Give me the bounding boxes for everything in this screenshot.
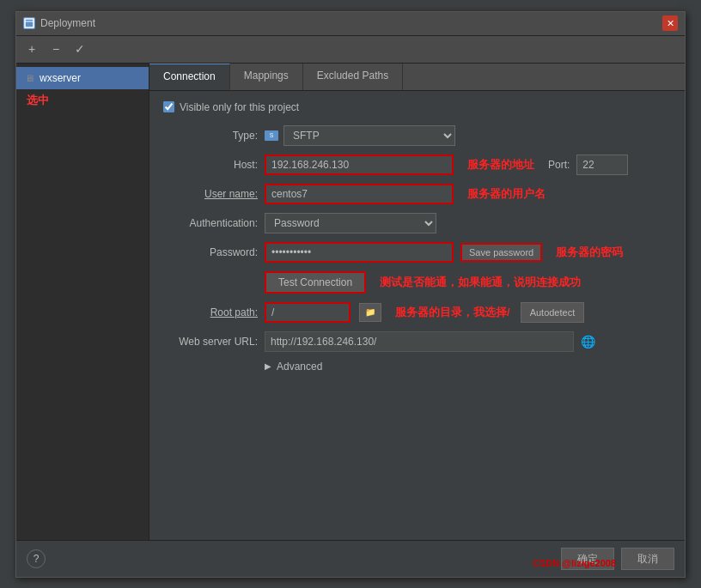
tab-mappings[interactable]: Mappings — [230, 64, 303, 90]
form-area: Visible only for this project Type: S SF… — [149, 91, 685, 540]
rootpath-row: Root path: 📁 服务器的目录，我选择/ Autodetect — [163, 302, 671, 323]
folder-icon: 📁 — [365, 307, 375, 317]
save-password-button[interactable]: Save password — [460, 243, 542, 262]
main-area: 🖥 wxserver 选中 Connection Mappings Exclud… — [16, 64, 685, 540]
rootpath-label: Root path: — [163, 306, 258, 318]
visible-only-row: Visible only for this project — [163, 101, 671, 113]
advanced-arrow-icon: ▶ — [265, 361, 271, 371]
content-area: Connection Mappings Excluded Paths Visib… — [149, 64, 685, 540]
server-icon: 🖥 — [25, 73, 34, 83]
username-annotation: 服务器的用户名 — [467, 186, 546, 202]
sidebar-item-wxserver[interactable]: 🖥 wxserver — [16, 67, 149, 89]
password-label: Password: — [163, 246, 258, 258]
type-row: Type: S SFTP FTP Local or mounted folder — [163, 125, 671, 146]
host-annotation: 服务器的地址 — [467, 157, 534, 173]
test-annotation: 测试是否能通，如果能通，说明连接成功 — [380, 275, 581, 290]
svg-rect-0 — [25, 19, 34, 27]
username-label: User name: — [163, 188, 258, 200]
test-connection-button[interactable]: Test Connection — [265, 271, 366, 294]
auth-label: Authentication: — [163, 217, 258, 229]
password-annotation: 服务器的密码 — [556, 245, 623, 260]
auth-select[interactable]: Password Key pair OpenSSH config and aut… — [265, 213, 436, 233]
type-label: Type: — [163, 130, 258, 142]
title-bar: Deployment ✕ — [16, 12, 685, 36]
annotation-select: 选中 — [16, 89, 149, 112]
host-input[interactable] — [265, 155, 454, 175]
globe-icon[interactable]: 🌐 — [581, 335, 595, 349]
cancel-button[interactable]: 取消 — [621, 548, 674, 570]
sidebar-item-label: wxserver — [40, 72, 81, 84]
weburl-label: Web server URL: — [163, 336, 258, 348]
weburl-input[interactable] — [265, 331, 574, 352]
sidebar: 🖥 wxserver 选中 — [16, 64, 149, 540]
test-connection-row: Test Connection 测试是否能通，如果能通，说明连接成功 — [163, 271, 671, 294]
host-row: Host: 服务器的地址 Port: — [163, 155, 671, 175]
sftp-icon: S — [265, 130, 278, 141]
csdn-watermark: CSDN @lizige2008 — [533, 558, 616, 568]
auth-row: Authentication: Password Key pair OpenSS… — [163, 213, 671, 233]
advanced-label: Advanced — [277, 361, 322, 373]
tab-connection[interactable]: Connection — [149, 64, 230, 90]
password-row: Password: Save password 服务器的密码 — [163, 242, 671, 263]
toolbar: + − ✓ — [16, 36, 685, 64]
advanced-row[interactable]: ▶ Advanced — [163, 361, 671, 373]
rootpath-input[interactable] — [265, 302, 350, 323]
tabs: Connection Mappings Excluded Paths — [149, 64, 685, 91]
type-wrapper: S SFTP FTP Local or mounted folder — [265, 125, 455, 146]
host-label: Host: — [163, 159, 258, 171]
port-input[interactable] — [576, 155, 628, 175]
remove-button[interactable]: − — [46, 39, 66, 59]
weburl-row: Web server URL: 🌐 — [163, 331, 671, 352]
window-icon — [23, 17, 35, 29]
port-label: Port: — [548, 159, 570, 171]
check-button[interactable]: ✓ — [70, 39, 90, 59]
tab-excluded-paths[interactable]: Excluded Paths — [303, 64, 403, 90]
visible-only-label: Visible only for this project — [180, 101, 299, 113]
password-input[interactable] — [265, 242, 454, 263]
close-button[interactable]: ✕ — [662, 15, 678, 31]
autodetect-button[interactable]: Autodetect — [521, 302, 585, 323]
visible-only-checkbox[interactable] — [163, 101, 174, 112]
help-button[interactable]: ? — [27, 549, 46, 568]
window-title: Deployment — [40, 17, 95, 29]
type-select[interactable]: SFTP FTP Local or mounted folder — [283, 125, 455, 146]
username-input[interactable] — [265, 184, 454, 204]
add-button[interactable]: + — [21, 39, 42, 59]
rootpath-annotation: 服务器的目录，我选择/ — [395, 305, 510, 320]
browse-button[interactable]: 📁 — [359, 303, 381, 322]
username-row: User name: 服务器的用户名 — [163, 184, 671, 204]
